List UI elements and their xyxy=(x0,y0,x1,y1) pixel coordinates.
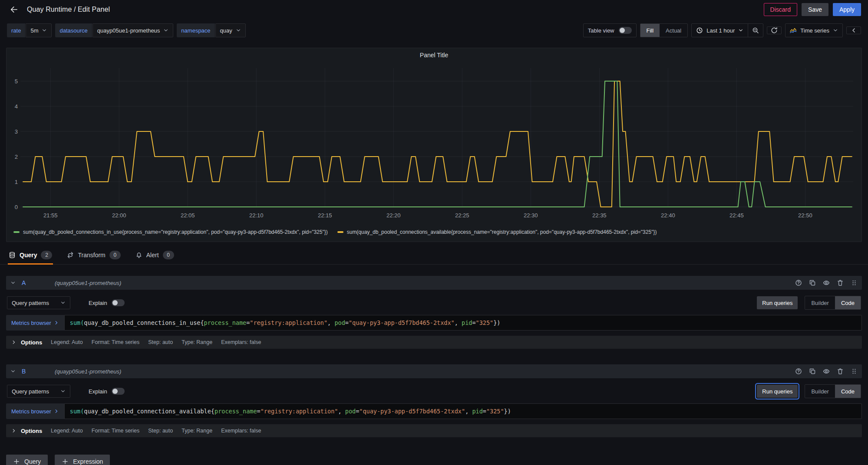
query-a-toolbar-right: Run queries Builder Code xyxy=(757,296,861,310)
duplicate-query-icon[interactable] xyxy=(809,368,816,375)
run-queries-button[interactable]: Run queries xyxy=(757,385,798,398)
query-patterns-label: Query patterns xyxy=(12,388,49,395)
promql-input[interactable]: sum(quay_db_pooled_connections_in_use{pr… xyxy=(64,315,862,331)
query-a-header[interactable]: A (quayp05ue1-prometheus) xyxy=(6,276,862,290)
help-icon[interactable] xyxy=(795,279,802,286)
legend-item[interactable]: sum(quay_db_pooled_connections_available… xyxy=(337,229,657,235)
explain-control: Explain xyxy=(89,299,125,306)
query-ref-letter[interactable]: A xyxy=(22,279,52,286)
run-queries-button[interactable]: Run queries xyxy=(757,296,798,309)
save-button[interactable]: Save xyxy=(802,3,828,16)
drag-handle-icon[interactable] xyxy=(851,368,858,375)
delete-query-icon[interactable] xyxy=(837,279,844,286)
time-picker-group: Last 1 hour xyxy=(691,23,763,37)
toggle-visibility-icon[interactable] xyxy=(823,368,830,375)
legend-swatch xyxy=(13,231,20,233)
editor-tabs: Query2Transform0Alert0 xyxy=(0,247,868,265)
variable-value-dropdown-namespace[interactable]: quay xyxy=(215,23,246,37)
toggle-visibility-icon[interactable] xyxy=(823,279,830,286)
metrics-browser-button[interactable]: Metrics browser xyxy=(6,403,64,419)
apply-button[interactable]: Apply xyxy=(833,3,861,16)
tab-transform[interactable]: Transform0 xyxy=(66,247,121,264)
header-actions: Discard Save Apply xyxy=(764,3,861,16)
back-button[interactable] xyxy=(7,3,21,16)
bell-icon xyxy=(135,252,142,259)
query-ref-letter[interactable]: B xyxy=(22,368,52,375)
chevron-right-icon xyxy=(11,340,17,345)
query-patterns-dropdown[interactable]: Query patterns xyxy=(7,385,70,398)
options-expander[interactable]: Options xyxy=(11,339,42,346)
zoom-out-icon xyxy=(752,27,759,34)
add-expression-label: Expression xyxy=(73,458,103,465)
metrics-browser-button[interactable]: Metrics browser xyxy=(6,315,64,331)
panel-title: Panel Title xyxy=(7,48,861,61)
query-row-a: A (quayp05ue1-prometheus) Query patterns… xyxy=(6,276,862,349)
add-query-label: Query xyxy=(24,458,41,465)
add-expression-button[interactable]: Expression xyxy=(55,455,110,465)
delete-query-icon[interactable] xyxy=(837,368,844,375)
app-header: Quay Runtime / Edit Panel Discard Save A… xyxy=(0,0,868,19)
add-query-button[interactable]: Query xyxy=(6,455,48,465)
panel-toolbar: Table view Fill Actual Last 1 hour Time … xyxy=(583,23,861,37)
collapse-query-icon[interactable] xyxy=(10,280,16,285)
query-b-options: Options Legend: AutoFormat: Time seriesS… xyxy=(6,424,862,437)
chart-area[interactable]: 21:5522:0022:0522:1022:1522:2022:2522:30… xyxy=(7,61,861,227)
actual-mode-button[interactable]: Actual xyxy=(660,24,687,37)
query-row-b: B (quayp05ue1-prometheus) Query patterns… xyxy=(6,364,862,437)
tab-count-badge: 2 xyxy=(41,251,52,259)
variable-value: 5m xyxy=(30,27,38,34)
explain-control: Explain xyxy=(89,388,125,395)
explain-label: Explain xyxy=(89,388,107,395)
legend-series-name: sum(quay_db_pooled_connections_available… xyxy=(347,229,657,235)
code-mode-button[interactable]: Code xyxy=(835,385,861,398)
refresh-button[interactable] xyxy=(767,26,782,34)
plus-icon xyxy=(62,458,69,465)
code-mode-button[interactable]: Code xyxy=(835,296,861,309)
time-range-picker[interactable]: Last 1 hour xyxy=(692,24,748,37)
builder-mode-button[interactable]: Builder xyxy=(805,385,835,398)
zoom-out-button[interactable] xyxy=(748,24,763,37)
refresh-icon xyxy=(771,27,778,34)
variable-value-dropdown-datasource[interactable]: quayp05ue1-prometheus xyxy=(92,23,174,37)
explain-label: Explain xyxy=(89,300,107,306)
chevron-down-icon xyxy=(42,28,47,33)
help-icon[interactable] xyxy=(795,368,802,375)
explain-switch[interactable] xyxy=(112,299,125,306)
x-axis-label: 22:30 xyxy=(524,212,538,219)
variable-value-dropdown-rate[interactable]: 5m xyxy=(26,23,52,37)
chevron-down-icon xyxy=(833,28,838,33)
query-b-header[interactable]: B (quayp05ue1-prometheus) xyxy=(6,364,862,378)
builder-mode-button[interactable]: Builder xyxy=(805,296,835,309)
discard-button[interactable]: Discard xyxy=(764,3,797,16)
drag-handle-icon[interactable] xyxy=(851,279,858,286)
collapse-options-pane-button[interactable] xyxy=(846,26,861,34)
option-summary-item: Legend: Auto xyxy=(51,428,83,434)
x-axis-label: 22:25 xyxy=(455,212,469,219)
table-view-label: Table view xyxy=(588,27,614,34)
table-view-toggle[interactable]: Table view xyxy=(583,23,637,37)
tab-query[interactable]: Query2 xyxy=(8,247,53,264)
tab-label: Alert xyxy=(146,252,159,259)
visualization-picker[interactable]: Time series xyxy=(785,23,843,37)
timeseries-chart[interactable]: 21:5522:0022:0522:1022:1522:2022:2522:30… xyxy=(7,61,861,226)
variable-label-datasource: datasource xyxy=(55,23,92,37)
clock-icon xyxy=(696,27,703,34)
table-view-switch[interactable] xyxy=(619,27,632,34)
collapse-query-icon[interactable] xyxy=(10,369,16,374)
fill-mode-button[interactable]: Fill xyxy=(640,24,660,37)
legend-item[interactable]: sum(quay_db_pooled_connections_in_use{pr… xyxy=(13,229,328,235)
option-summary-item: Legend: Auto xyxy=(51,339,83,345)
explain-switch[interactable] xyxy=(112,388,125,395)
promql-input[interactable]: sum(quay_db_pooled_connections_available… xyxy=(64,403,862,419)
legend-swatch xyxy=(337,231,343,233)
series-line xyxy=(23,81,852,207)
query-patterns-dropdown[interactable]: Query patterns xyxy=(7,296,70,309)
duplicate-query-icon[interactable] xyxy=(809,279,816,286)
options-expander[interactable]: Options xyxy=(11,428,42,434)
editor-mode-group: Builder Code xyxy=(805,296,861,310)
y-axis-label: 3 xyxy=(15,128,18,135)
variable-value: quayp05ue1-prometheus xyxy=(97,27,160,34)
variable-rate: rate5m xyxy=(7,23,52,37)
tab-alert[interactable]: Alert0 xyxy=(135,247,175,264)
tab-count-badge: 0 xyxy=(163,251,174,259)
